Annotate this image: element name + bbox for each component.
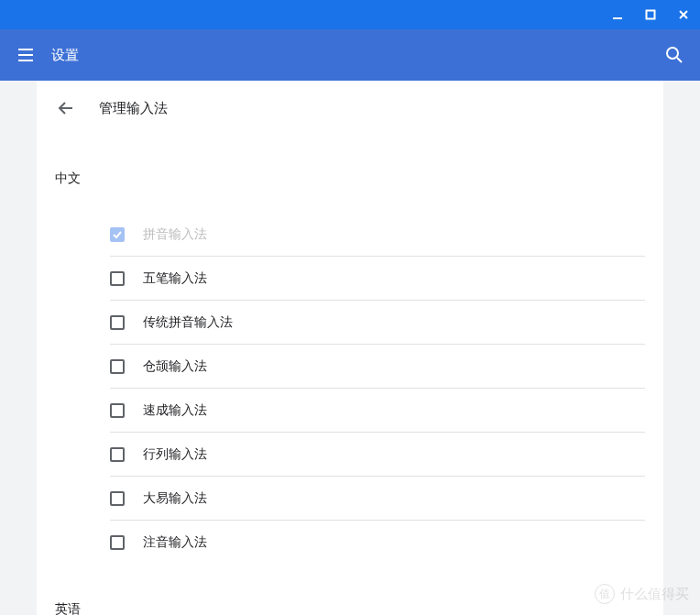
minimize-button[interactable] <box>608 5 627 24</box>
checkbox[interactable] <box>110 535 125 550</box>
ime-label: 注音输入法 <box>143 534 207 551</box>
checkbox[interactable] <box>110 491 125 506</box>
checkbox[interactable] <box>110 359 125 374</box>
ime-row-hanglie[interactable]: 行列输入法 <box>110 433 645 477</box>
page-title: 管理输入法 <box>99 100 168 117</box>
ime-row-sucheng[interactable]: 速成输入法 <box>110 389 645 433</box>
checkbox[interactable] <box>110 403 125 418</box>
ime-label: 仓颉输入法 <box>143 358 207 375</box>
ime-label: 五笔输入法 <box>143 270 207 287</box>
menu-button[interactable] <box>15 44 37 66</box>
checkbox[interactable] <box>110 447 125 462</box>
svg-line-8 <box>677 58 682 62</box>
ime-label: 传统拼音输入法 <box>143 314 233 331</box>
checkbox[interactable] <box>110 271 125 286</box>
watermark-badge: 值 <box>595 584 615 604</box>
ime-label: 拼音输入法 <box>143 226 207 243</box>
svg-point-7 <box>667 48 678 59</box>
content-panel: 管理输入法 中文 拼音输入法 五笔输入法 传统拼音输入法 仓颉输入法 <box>37 81 663 615</box>
maximize-button[interactable] <box>641 5 660 24</box>
svg-rect-1 <box>647 11 655 19</box>
checkbox[interactable] <box>110 315 125 330</box>
appbar-title: 设置 <box>51 47 663 64</box>
arrow-left-icon <box>57 99 75 117</box>
ime-row-traditional-pinyin[interactable]: 传统拼音输入法 <box>110 301 645 345</box>
app-bar: 设置 <box>0 29 700 81</box>
section-label-english: 英语 <box>55 601 645 615</box>
ime-row-zhuyin[interactable]: 注音输入法 <box>110 521 645 565</box>
ime-row-dayi[interactable]: 大易输入法 <box>110 477 645 521</box>
ime-row-cangjie[interactable]: 仓颉输入法 <box>110 345 645 389</box>
ime-list-chinese: 拼音输入法 五笔输入法 传统拼音输入法 仓颉输入法 速成输入法 <box>110 213 645 565</box>
back-button[interactable] <box>55 97 77 119</box>
ime-label: 速成输入法 <box>143 402 207 419</box>
window-titlebar <box>0 0 700 29</box>
search-button[interactable] <box>663 44 685 66</box>
checkbox[interactable] <box>110 227 125 242</box>
ime-label: 行列输入法 <box>143 446 207 463</box>
ime-label: 大易输入法 <box>143 490 207 507</box>
watermark: 值 什么值得买 <box>595 584 689 604</box>
watermark-text: 什么值得买 <box>620 586 689 603</box>
ime-row-wubi[interactable]: 五笔输入法 <box>110 257 645 301</box>
section-label-chinese: 中文 <box>55 170 645 187</box>
ime-row-pinyin[interactable]: 拼音输入法 <box>110 213 645 257</box>
close-button[interactable] <box>674 5 693 24</box>
page-header: 管理输入法 <box>55 97 645 119</box>
search-icon <box>665 46 684 64</box>
menu-icon <box>16 46 35 64</box>
